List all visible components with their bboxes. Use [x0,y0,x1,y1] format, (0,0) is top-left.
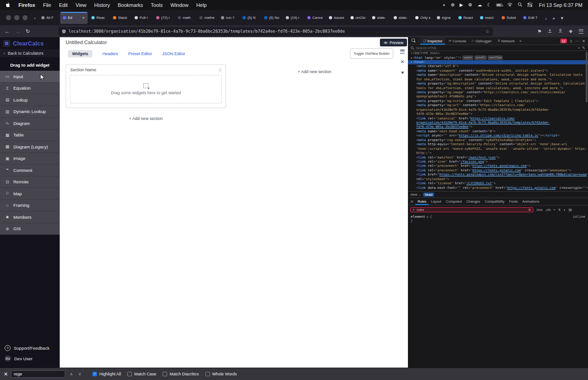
widget-dropzone[interactable]: Drag some widgets here to get started [70,75,222,103]
shield-icon[interactable] [62,27,66,35]
browser-tab[interactable]: (5) No [261,12,282,24]
widget-item-equation[interactable]: ΣEquation [0,83,60,95]
markup-line[interactable]: rel="stylesheet"> [408,177,588,181]
theme-toggle-icon[interactable]: ◐ [443,3,446,7]
moon-icon[interactable]: ☾ [487,3,491,7]
menu-app-name[interactable]: Firefox [18,2,35,8]
find-option-whole-words[interactable]: Whole Words [205,372,237,376]
panel-tab-layout[interactable]: Layout [429,198,444,205]
panel-tab-compatibility[interactable]: Compatibility [482,198,507,205]
battery-icon[interactable] [496,4,502,6]
extensions-icon[interactable]: ❖ [569,29,573,34]
browser-tab[interactable]: math [175,12,196,24]
markup-line[interactable]: ▼<html lang="en" style="">eventscrollove… [408,56,588,60]
play-icon[interactable]: ▶ [460,3,464,7]
browser-tab[interactable]: React me [456,12,476,24]
browser-tab[interactable]: run-? [218,12,239,24]
devtools-menu-icon[interactable]: ⋯ [575,39,579,43]
markup-line[interactable]: <meta charset="utf-8"> [408,64,588,68]
preview-button[interactable]: Preview [380,39,407,46]
apple-menu-icon[interactable] [6,2,11,9]
widget-item-lookup[interactable]: ▤Lookup [0,94,60,106]
markup-line[interactable]: <link href="https://fonts.googleapis.com… [408,173,588,177]
scroll-tabs-right-icon[interactable]: › [545,16,547,21]
menu-item-window[interactable]: Window [170,2,188,8]
markup-line[interactable]: <!DOCTYPE html> [408,51,588,56]
widget-item-diagram[interactable]: ∿Diagram [0,118,60,130]
markup-line[interactable]: <link data-next-font="" rel="preconnect"… [408,186,588,190]
browser-tab[interactable]: mathe [197,12,217,24]
markup-scrollbar[interactable] [586,52,588,190]
control-center-icon[interactable] [527,2,532,8]
widget-item-input[interactable]: ▭Input [0,71,60,83]
scroll-tabs-left-icon[interactable]: ‹ [34,15,36,21]
markup-line[interactable]: 'none';script-src 'nonce-syKeFh2Z… 'unsa… [408,147,588,151]
browser-tab[interactable]: Pull r [132,12,153,24]
search-html-input[interactable]: Search HTML + ✎ [408,45,588,51]
markup-line[interactable]: <link rel="manifest" href="/manifest.jso… [408,156,588,160]
markup-line[interactable]: organisation/41b20e79-81ce-4a7b-9c73-8ba… [408,121,588,125]
browser-tab[interactable]: (19) r [283,12,304,24]
markup-line[interactable]: http:;"> [408,151,588,155]
url-text[interactable]: localhost:3000/organisation/41b20e79-81c… [68,29,482,34]
spotlight-search-icon[interactable] [518,2,522,8]
toggle-builder-button[interactable]: Toggle Old/New Builder [350,48,393,59]
new-node-icon[interactable]: + [578,46,580,50]
markup-line[interactable]: <meta property="og:description" content=… [408,82,588,86]
devtools-tab-debugger[interactable]: ▷Debugger [469,37,495,45]
tab-close-icon[interactable]: ✕ [82,16,85,20]
rule-selector[interactable]: element [411,215,425,219]
markup-line[interactable]: <link rel="canonical" href="https://clea… [408,117,588,121]
widget-item-comment[interactable]: ❝Comment [0,164,60,176]
find-option-highlight-all[interactable]: ✓Highlight All [92,372,121,376]
checkbox[interactable]: ✓ [92,372,97,376]
menu-item-tools[interactable]: Tools [151,2,163,8]
save-to-pocket-icon[interactable]: ⚑ [537,29,542,34]
window-controls[interactable] [6,15,28,20]
markup-line[interactable]: <link rel="preconnect" href="https://fon… [408,164,588,168]
widget-item-members[interactable]: ☻Members [0,211,60,223]
devtools-tab-network[interactable]: ⇅Network [494,37,517,45]
breadcrumb-html[interactable]: html [411,193,417,197]
responsive-mode-icon[interactable]: ▯ [570,39,572,43]
widget-item-framing[interactable]: ⌂Framing [0,200,60,212]
browser-tab[interactable]: Canva [305,12,325,24]
rule-origin[interactable]: inline [573,215,585,219]
tab-headers[interactable]: Headers [102,51,118,56]
browser-tab[interactable]: All F [39,12,59,24]
reload-icon[interactable]: ↻ [26,28,30,34]
forward-icon[interactable]: → [15,28,20,34]
markup-line[interactable]: <link rel="icon" href="/favicon.png"> [408,160,588,164]
checkbox[interactable] [127,372,132,376]
add-new-section-link-right[interactable]: + Add new section [298,69,331,74]
pane-toggle-icon[interactable]: ⊞ [409,200,415,204]
tab-widgets[interactable]: Widgets [68,50,92,57]
panel-tab-fonts[interactable]: Fonts [507,198,520,205]
section-name[interactable]: Section Name [70,68,96,72]
widget-item-gis[interactable]: ⊕GIS [0,223,60,235]
brand-name[interactable]: ClearCalcs [13,40,44,47]
browser-tab[interactable]: onClic [348,12,368,24]
browser-tab[interactable]: slate- [391,12,412,24]
widget-item-dynamic-lookup[interactable]: ▥Dynamic Lookup [0,106,60,118]
menu-item-bookmarks[interactable]: Bookmarks [118,2,143,8]
bookmark-star-icon[interactable]: ☆ [485,29,489,34]
panel-tab-computed[interactable]: Computed [444,198,464,205]
devtools-tab-console[interactable]: ≫Console [445,37,469,45]
browser-tab[interactable]: (5) N [240,12,260,24]
send-icon[interactable]: ➤ [400,69,406,76]
markup-line[interactable]: <link rel="preconnect" href="https://fon… [408,169,588,173]
markup-line[interactable]: <link rel="license" href="/LICENSES.txt"… [408,181,588,186]
panel-tab-rules[interactable]: Rules [415,198,429,205]
list-icon[interactable] [400,50,405,54]
menubar-clock[interactable]: Fri 13 Sep 6:37 PM [539,2,582,8]
browser-tab[interactable]: Stack [110,12,131,24]
markup-line[interactable]: <script async="" src="https://js.stripe.… [408,134,588,138]
widget-item-map[interactable]: ⚐Map [0,188,60,200]
add-new-section-link[interactable]: + Add new section [66,116,226,121]
markup-line[interactable]: opengraphdefault.4fb06e5c.png"> [408,95,588,99]
pen-icon[interactable]: ✎ [582,46,585,50]
browser-tab[interactable]: signa [434,12,455,24]
widget-item-table[interactable]: ▦Table [0,130,60,142]
find-previous-icon[interactable]: ∧ [70,372,73,376]
